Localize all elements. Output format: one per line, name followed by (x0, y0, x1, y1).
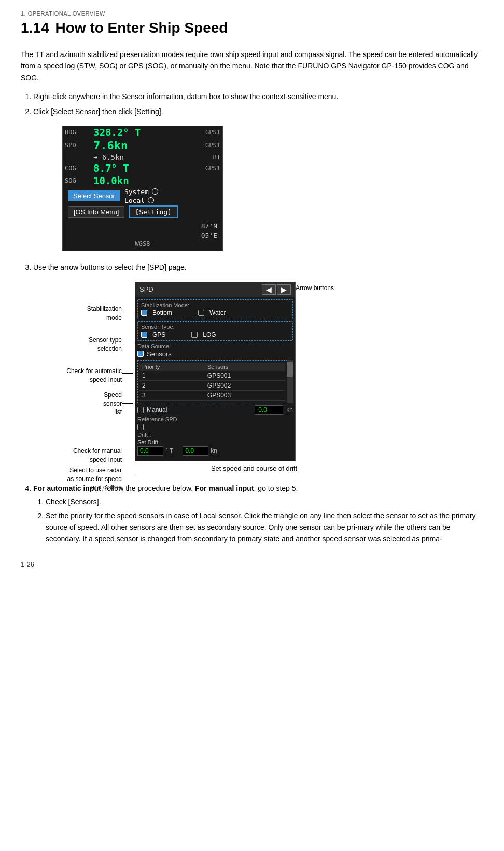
sub-step-2: Set the priority for the speed sensors i… (46, 510, 483, 545)
coords: 87'N 05'E (201, 222, 217, 240)
spd-sub-row: ➜ 6.5kn (91, 153, 187, 162)
arrow-left-btn[interactable]: ◀ (262, 284, 276, 295)
speed-sensor-list-annotation: Speed sensor list (41, 391, 122, 417)
manual-input[interactable]: 0.0 (255, 405, 283, 415)
drift-section: Drift : Set Drift 0.0 ° T 0.0 kn (137, 432, 293, 456)
drift-unit-2: kn (211, 447, 217, 455)
stabilization-mode-annotation: Stablilization mode (41, 305, 122, 322)
step-3: Use the arrow buttons to select the [SPD… (33, 262, 483, 273)
sensor-row: 1GPS001 (139, 371, 285, 381)
local-radio[interactable] (148, 197, 154, 203)
page-number: 1-26 (21, 560, 483, 568)
drift-radio[interactable] (137, 424, 144, 430)
sog-label: SOG (63, 174, 91, 187)
sensor-gps-radio[interactable] (141, 332, 147, 338)
hdg-value: 328.2° T (91, 126, 187, 139)
system-radio[interactable] (152, 188, 158, 195)
spd-sub-val: 6.5kn (102, 153, 124, 161)
sensor-type-annotation: Sensor type selection (41, 336, 122, 353)
sensor-log-label: LOG (203, 331, 216, 338)
priority-cell: 3 (139, 390, 204, 400)
sensor-type-label: Sensor Type: (141, 324, 289, 330)
cog-src: GPS1 (187, 162, 222, 174)
manual-radio[interactable] (137, 407, 144, 413)
system-radio-label: System (124, 188, 149, 196)
section-number: 1.14 (21, 20, 49, 36)
select-radar-annotation: Select to use radar as source for speed … (41, 466, 122, 492)
arrow-buttons-annotation: Arrow buttons (296, 284, 334, 292)
data-source-label: Data Source: (137, 343, 293, 349)
set-speed-caption: Set speed and course of drift (135, 464, 373, 472)
sensors-label: Sensors (147, 350, 172, 358)
stab-bottom-radio[interactable] (141, 310, 147, 316)
spd-value: 7.6kn (91, 139, 187, 153)
sensors-col-header: Sensors (204, 363, 285, 371)
spd-src1: GPS1 (187, 139, 222, 153)
step4-bold2: For manual input (195, 484, 254, 492)
check-automatic-annotation: Check for automatic speed input (41, 367, 122, 385)
intro-text: The TT and azimuth stabilized presentati… (21, 49, 483, 84)
drift-radio-row (137, 424, 293, 430)
manual-row: Manual 0.0 kn (137, 405, 293, 415)
spd-arrow: ➜ (93, 153, 97, 161)
sensor-gps-label: GPS (152, 331, 165, 338)
cog-label: COG (63, 162, 91, 174)
set-drift-label: Set Drift (137, 439, 293, 445)
hdg-label: HDG (63, 126, 91, 139)
os-info-menu-btn[interactable]: [OS Info Menu] (68, 206, 124, 218)
select-sensor-btn[interactable]: Select Sensor (68, 190, 120, 201)
priority-cell: 1 (139, 371, 204, 381)
sensor-cell: GPS003 (204, 390, 285, 400)
cog-value: 8.7° T (91, 162, 187, 174)
drift-label: Drift : (137, 432, 293, 438)
local-radio-label: Local (124, 197, 145, 204)
section-title: How to Enter Ship Speed (55, 20, 228, 36)
step-1: Right-click anywhere in the Sensor infor… (33, 91, 483, 102)
priority-col-header: Priority (139, 363, 204, 371)
step-2: Click [Select Sensor] then click [Settin… (33, 106, 483, 117)
spd-panel-title: SPD (139, 285, 153, 293)
stabilization-label: Stabilization Mode: (141, 302, 289, 308)
sensor-type-section: Sensor Type: GPS LOG (137, 321, 293, 341)
sensors-radio[interactable] (137, 351, 144, 357)
drift-input-1[interactable]: 0.0 (137, 446, 163, 456)
manual-unit: kn (286, 406, 293, 414)
setting-box[interactable]: [Setting] (129, 205, 177, 218)
stabilization-mode-section: Stabilization Mode: Bottom Water (137, 299, 293, 319)
sensor-row: 2GPS002 (139, 380, 285, 390)
stab-water-label: Water (209, 309, 226, 317)
sub-step-1: Check [Sensors]. (46, 496, 483, 507)
sensor-cell: GPS001 (204, 371, 285, 381)
spd-src2: BT (187, 153, 222, 162)
hdg-src: GPS1 (187, 126, 222, 139)
arrow-right-btn[interactable]: ▶ (277, 284, 291, 295)
stab-water-radio[interactable] (198, 310, 204, 316)
section-label: 1. OPERATIONAL OVERVIEW (21, 10, 483, 17)
step4-text2: , go to step 5. (254, 484, 298, 492)
wgs-label: WGS8 (63, 240, 222, 251)
sog-value: 10.0kn (91, 174, 187, 187)
spd-label: SPD (63, 139, 91, 153)
sensor-table: Priority Sensors 1GPS0012GPS0023GPS003 (139, 363, 285, 401)
sensor-row: 3GPS003 (139, 390, 285, 400)
sensor-log-radio[interactable] (191, 332, 198, 338)
sensor-cell: GPS002 (204, 380, 285, 390)
ref-spd-label: Reference SPD (137, 416, 293, 422)
radar-display: HDG 328.2° T GPS1 SPD 7.6kn GPS1 ➜ 6.5kn… (62, 126, 223, 251)
drift-unit-1: ° T (165, 447, 173, 455)
manual-label: Manual (147, 406, 251, 414)
priority-cell: 2 (139, 380, 204, 390)
spd-panel: SPD ◀ ▶ Stabilization Mode: Bottom Water… (135, 282, 296, 461)
stab-bottom-label: Bottom (152, 309, 172, 317)
drift-input-2[interactable]: 0.0 (183, 446, 208, 456)
check-manual-annotation: Check for manual speed input (41, 447, 122, 464)
